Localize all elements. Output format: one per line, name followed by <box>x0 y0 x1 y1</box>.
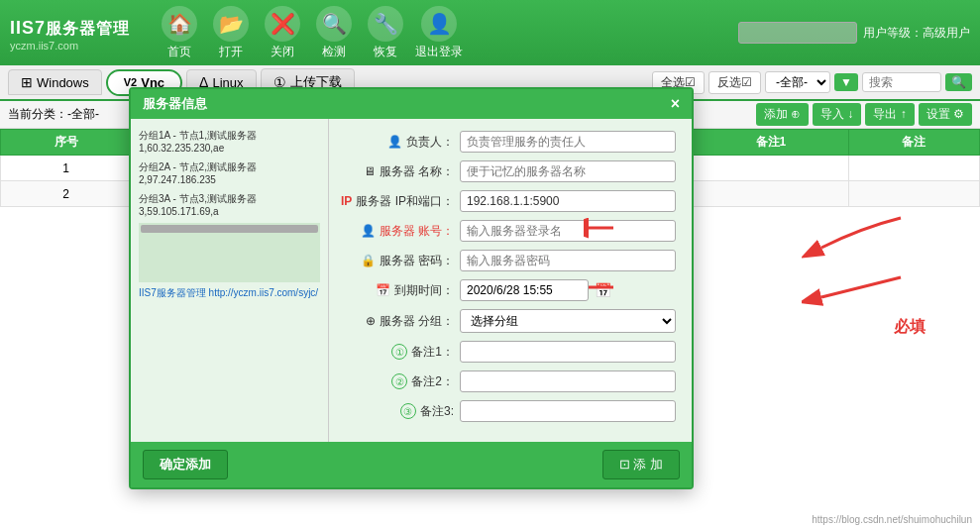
account-input[interactable] <box>460 220 676 242</box>
ip-label: IP 服务器 IP和端口： <box>345 193 454 210</box>
expire-label: 📅 到期时间： <box>345 282 454 299</box>
note1-icon: ① <box>391 344 407 360</box>
ip-icon: IP <box>341 194 352 208</box>
expire-input[interactable] <box>460 279 589 301</box>
server-item[interactable]: 分组2A - 节点2,测试服务器2,97.247.186.235 <box>139 159 320 187</box>
form-row-expire: 📅 到期时间： 📅 <box>345 279 676 301</box>
required-note: 必填 <box>894 317 926 338</box>
note2-label: ② 备注2： <box>345 373 454 390</box>
account-label: 👤 服务器 账号： <box>345 223 454 240</box>
group-select-input[interactable]: 选择分组 <box>460 309 676 333</box>
note1-label: ① 备注1： <box>345 344 454 361</box>
required-arrows <box>802 198 921 376</box>
calendar-picker-icon[interactable]: 📅 <box>595 282 611 298</box>
dialog-right-panel: 👤 负责人： 🖥 服务器 名称： I <box>329 119 692 442</box>
password-label: 🔒 服务器 密码： <box>345 253 454 269</box>
form-row-ip: IP 服务器 IP和端口： <box>345 190 676 212</box>
form-row-server-name: 🖥 服务器 名称： <box>345 160 676 182</box>
group-label: ⊕ 服务器 分组： <box>345 313 454 330</box>
dialog-close-button[interactable]: × <box>671 95 680 113</box>
note3-label: ③ 备注3: <box>345 403 454 420</box>
note3-icon: ③ <box>400 403 416 419</box>
server-name-icon: 🖥 <box>364 164 376 178</box>
server-name-input[interactable] <box>460 160 676 182</box>
footer-link: https://blog.csdn.net/shuimohuchilun <box>812 514 972 525</box>
dialog-header: 服务器信息 × <box>131 89 692 119</box>
ip-input[interactable] <box>460 190 676 212</box>
dialog-title: 服务器信息 <box>143 95 207 113</box>
form-row-account: 👤 服务器 账号： <box>345 220 676 242</box>
person-icon: 👤 <box>387 135 402 149</box>
responsible-label: 👤 负责人： <box>345 134 454 151</box>
group-icon: ⊕ <box>366 314 376 328</box>
server-item[interactable]: 分组3A - 节点3,测试服务器3,59.105.171.69,a <box>139 190 320 219</box>
password-input[interactable] <box>460 250 676 271</box>
add-button[interactable]: ⊡ 添 加 <box>602 450 680 479</box>
note1-input[interactable] <box>460 341 676 363</box>
iis-link[interactable]: IIS7服务器管理 http://yczm.iis7.com/syjc/ <box>139 286 320 300</box>
form-row-note2: ② 备注2： <box>345 370 676 392</box>
server-name-label: 🖥 服务器 名称： <box>345 163 454 180</box>
server-info-dialog: 服务器信息 × 分组1A - 节点1,测试服务器1,60.32.235.230,… <box>129 87 694 489</box>
responsible-input[interactable] <box>460 131 676 153</box>
calendar-icon: 📅 <box>376 283 390 297</box>
form-row-responsible: 👤 负责人： <box>345 131 676 153</box>
password-icon: 🔒 <box>361 254 376 267</box>
form-row-group: ⊕ 服务器 分组： 选择分组 <box>345 309 676 333</box>
dialog-left-panel: 分组1A - 节点1,测试服务器1,60.32.235.230,ae 分组2A … <box>131 119 329 442</box>
form-row-note1: ① 备注1： <box>345 341 676 363</box>
dialog-footer: 确定添加 ⊡ 添 加 <box>131 442 692 487</box>
confirm-add-button[interactable]: 确定添加 <box>143 450 228 479</box>
account-icon: 👤 <box>361 224 376 238</box>
dialog-overlay: 服务器信息 × 分组1A - 节点1,测试服务器1,60.32.235.230,… <box>0 0 980 529</box>
form-row-note3: ③ 备注3: <box>345 400 676 422</box>
form-row-password: 🔒 服务器 密码： <box>345 250 676 271</box>
note2-icon: ② <box>391 373 407 389</box>
note3-input[interactable] <box>460 400 676 422</box>
dialog-body: 分组1A - 节点1,测试服务器1,60.32.235.230,ae 分组2A … <box>131 119 692 442</box>
server-item[interactable]: 分组1A - 节点1,测试服务器1,60.32.235.230,ae <box>139 127 320 156</box>
note2-input[interactable] <box>460 370 676 392</box>
